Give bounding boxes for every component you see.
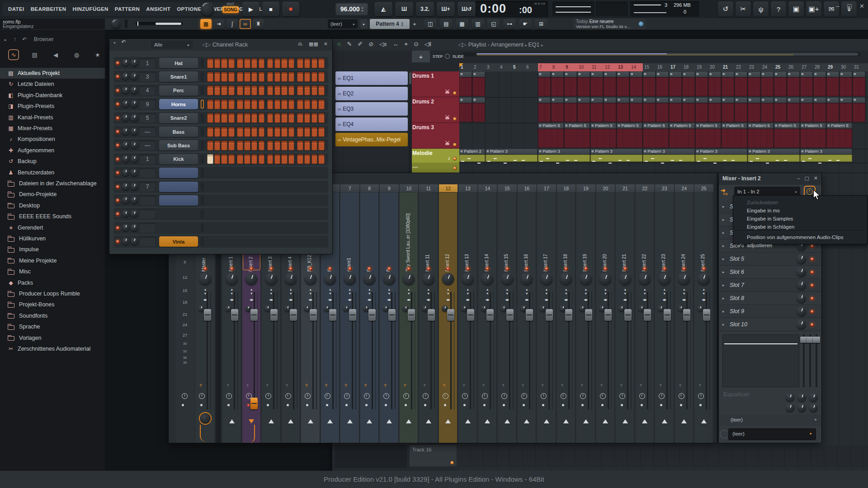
fader-handle[interactable] bbox=[231, 309, 238, 321]
step-cell[interactable] bbox=[221, 154, 227, 164]
channel-name-button[interactable]: Vinta bbox=[159, 236, 198, 247]
context-menu-item[interactable]: Eingabe in Schlägen bbox=[733, 223, 867, 231]
step-cell[interactable] bbox=[318, 85, 325, 95]
strip-mute-led[interactable] bbox=[368, 267, 372, 271]
input-level-fader[interactable] bbox=[250, 398, 258, 409]
timeline-bar-number[interactable]: 15 bbox=[644, 65, 649, 70]
fader-handle[interactable] bbox=[428, 309, 435, 321]
channel-mute-led[interactable] bbox=[116, 226, 120, 230]
step-cell[interactable] bbox=[244, 154, 250, 164]
step-cell[interactable] bbox=[228, 72, 235, 82]
step-cell[interactable] bbox=[311, 113, 318, 123]
plug-icon[interactable]: ♆ bbox=[501, 382, 505, 388]
slot-mix-knob[interactable] bbox=[797, 254, 806, 264]
step-cell[interactable] bbox=[251, 127, 258, 137]
mixer-header-19[interactable]: 19 bbox=[576, 184, 595, 192]
strip-mute-led[interactable] bbox=[505, 267, 509, 271]
route-arrow-up[interactable] bbox=[347, 419, 353, 423]
paint-icon[interactable]: ✐ bbox=[358, 41, 363, 48]
route-arrow-up[interactable] bbox=[269, 419, 274, 423]
channel-mute-led[interactable] bbox=[116, 116, 120, 120]
stereo-sep-arrows[interactable]: ▴▾ bbox=[565, 287, 567, 296]
pattern-clip[interactable]: ≡ bbox=[853, 97, 865, 122]
pattern-clip[interactable]: ≡ bbox=[472, 97, 485, 122]
plug-icon[interactable]: ♆ bbox=[639, 382, 643, 388]
step-cell[interactable] bbox=[228, 113, 235, 123]
pattern-clip[interactable]: ≡ bbox=[813, 71, 826, 96]
pattern-clip[interactable]: ≡ bbox=[551, 71, 564, 96]
strip-mute-led[interactable] bbox=[308, 267, 312, 271]
fader-handle[interactable] bbox=[565, 309, 572, 321]
strip-aux-knob[interactable] bbox=[579, 305, 585, 312]
pattern-clip[interactable]: ≡ bbox=[669, 71, 682, 96]
clock-icon[interactable] bbox=[403, 393, 409, 399]
step-cell[interactable] bbox=[297, 141, 303, 150]
route-arrow-up[interactable] bbox=[701, 419, 707, 423]
channel-pan-knob[interactable] bbox=[122, 128, 129, 135]
pattern-clip[interactable]: ≡ bbox=[722, 97, 734, 122]
strip-aux-knob[interactable] bbox=[343, 305, 349, 312]
route-arrow-up[interactable] bbox=[583, 419, 589, 423]
plug-icon[interactable]: ♆ bbox=[423, 382, 426, 388]
pattern-clip[interactable]: ≡ Pattern 3 bbox=[748, 149, 800, 162]
step-cell[interactable] bbox=[311, 141, 318, 150]
timeline-bar-number[interactable]: 22 bbox=[736, 65, 741, 70]
strip-pan-knob[interactable] bbox=[403, 273, 415, 285]
pattern-clip[interactable]: ≡ bbox=[695, 97, 708, 122]
stereo-sep-arrows[interactable]: ▴▾ bbox=[526, 287, 528, 296]
add-track-button[interactable]: + bbox=[412, 51, 430, 62]
channel-volume-knob[interactable] bbox=[131, 183, 138, 190]
step-cell[interactable] bbox=[267, 72, 274, 82]
pan-lr-arrows[interactable]: ◂▸ bbox=[269, 297, 273, 302]
pattern-clip[interactable]: ≡ bbox=[617, 71, 629, 96]
browser-item[interactable]: ▤Aktuelles Projekt bbox=[0, 68, 105, 79]
channel-pan-knob[interactable] bbox=[122, 169, 129, 176]
clock-icon[interactable] bbox=[698, 393, 704, 399]
step-cell[interactable] bbox=[318, 99, 325, 109]
channel-pan-knob[interactable] bbox=[122, 197, 129, 204]
pattern-clip[interactable]: ≡ Pattern 5 bbox=[748, 123, 774, 148]
slot-enable-led[interactable] bbox=[810, 296, 814, 300]
stereo-sep-arrows[interactable]: ▴▾ bbox=[664, 287, 665, 296]
pattern-clip[interactable]: ≡ bbox=[761, 71, 774, 96]
step-cell[interactable] bbox=[244, 99, 250, 109]
step-cell[interactable] bbox=[304, 127, 311, 137]
plug-icon[interactable]: ♆ bbox=[521, 382, 525, 388]
mixer-strip-10[interactable]: Thy Sword Lau..er [1080p60]▴▾◂▸♆ bbox=[400, 192, 419, 443]
pattern-clip[interactable]: ≡ bbox=[735, 71, 747, 96]
step-cell[interactable] bbox=[237, 141, 243, 150]
fader-handle[interactable] bbox=[368, 309, 376, 321]
channel-pan-knob[interactable] bbox=[122, 87, 129, 94]
channel-selector-marker[interactable] bbox=[201, 100, 204, 108]
effect-slot-7[interactable]: ▸Slot 7 bbox=[719, 279, 821, 292]
pattern-clip[interactable]: ≡ Pattern 2 bbox=[459, 149, 485, 162]
pan-lr-arrows[interactable]: ◂▸ bbox=[308, 297, 312, 302]
channel-volume-knob[interactable] bbox=[131, 100, 138, 108]
timeline-bar-number[interactable]: 12 bbox=[605, 65, 610, 70]
fader-handle[interactable] bbox=[408, 309, 415, 321]
step-cell[interactable] bbox=[237, 58, 243, 68]
stereo-sep-arrows[interactable]: ▴▾ bbox=[644, 287, 646, 296]
channel-selector-marker[interactable] bbox=[201, 224, 204, 232]
step-cell[interactable] bbox=[297, 72, 303, 82]
step-cell[interactable] bbox=[251, 99, 258, 109]
channel-rack-view-button[interactable]: ▦ bbox=[456, 19, 468, 29]
channel-mute-led[interactable] bbox=[116, 75, 120, 79]
step-cell[interactable] bbox=[237, 113, 243, 123]
channel-target-number[interactable]: 1 bbox=[139, 155, 156, 164]
clock-icon[interactable] bbox=[226, 393, 232, 399]
pattern-clip[interactable]: ≡ bbox=[459, 71, 472, 96]
stereo-sep-arrows[interactable]: ▴▾ bbox=[231, 287, 233, 296]
clock-icon[interactable] bbox=[364, 393, 370, 399]
plug-icon[interactable]: ♆ bbox=[305, 382, 308, 388]
pattern-clip[interactable]: ≡ bbox=[735, 97, 747, 122]
step-cell[interactable] bbox=[207, 85, 213, 95]
mixer-strip-22[interactable]: Insert 22▴▾◂▸♆ bbox=[636, 192, 655, 443]
step-cell[interactable] bbox=[214, 85, 221, 95]
slide-toggle[interactable]: ʃ bbox=[226, 19, 238, 29]
clock-icon[interactable] bbox=[305, 393, 311, 399]
clock-icon[interactable] bbox=[659, 393, 665, 399]
pattern-clip[interactable]: ≡ Pattern 5 bbox=[722, 123, 747, 148]
stereo-sep-arrows[interactable]: ▴▾ bbox=[683, 287, 685, 296]
record-dot[interactable] bbox=[680, 404, 682, 406]
